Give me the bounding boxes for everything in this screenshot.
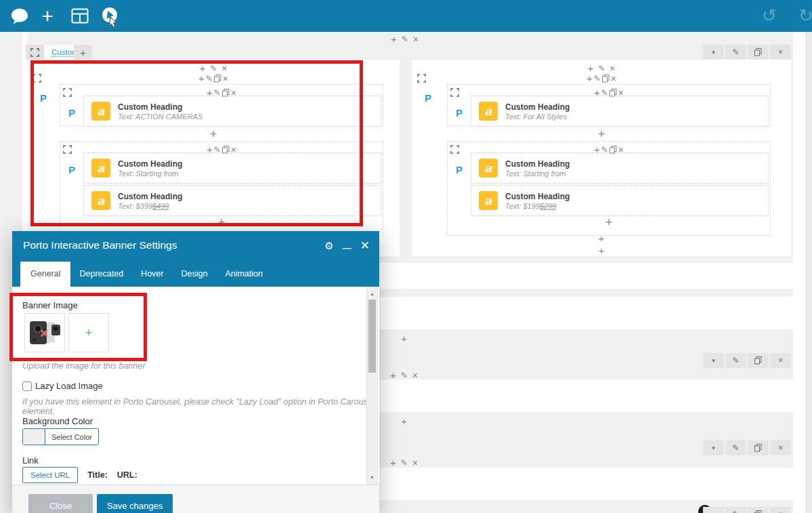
link-title-label: Title: (87, 470, 108, 480)
row-edit-button[interactable]: ✎ (725, 353, 746, 368)
add-icon[interactable]: + (594, 144, 600, 155)
browser-scrollbar[interactable] (806, 32, 812, 513)
tab-drag-handle[interactable] (26, 45, 44, 60)
add-icon[interactable]: + (586, 73, 593, 83)
row-action-buttons: ▾ ✎ × (703, 45, 791, 60)
custom-heading-element[interactable]: a Custom HeadingText: Starting from (471, 152, 769, 184)
row-clone-button[interactable] (748, 440, 769, 455)
modal-tab-bar: General Deprecated Hover Design Animatio… (12, 260, 379, 287)
edit-icon[interactable]: ✎ (401, 371, 408, 379)
save-changes-button[interactable]: Save changes (97, 494, 173, 513)
heading-icon: a (479, 102, 498, 121)
edit-icon[interactable]: ✎ (402, 35, 408, 43)
tab-general[interactable]: General (20, 262, 70, 287)
minimize-icon[interactable]: — (343, 243, 351, 252)
undo-icon[interactable]: ↺ (757, 0, 782, 32)
porto-banner-settings-modal: Porto Interactive Banner Settings ⚙ — ✕ … (12, 231, 379, 513)
annotation-rectangle-banner (30, 60, 363, 226)
tab-deprecated[interactable]: Deprecated (70, 262, 132, 287)
move-icon[interactable] (417, 74, 426, 83)
clone-icon[interactable] (610, 146, 617, 154)
row-dropdown-button[interactable]: ▾ (703, 507, 724, 513)
row-edit-button[interactable]: ✎ (725, 507, 746, 513)
select-url-button[interactable]: Select URL (22, 467, 78, 483)
custom-heading-element[interactable]: a Custom HeadingText: For All Styles (471, 96, 769, 127)
link-row: Select URL Title: URL: (22, 467, 137, 483)
close-icon[interactable]: ✕ (360, 240, 370, 251)
tab-hover[interactable]: Hover (132, 262, 172, 287)
add-icon[interactable]: + (401, 416, 407, 426)
heading-icon: a (479, 191, 498, 210)
delete-icon[interactable]: × (412, 371, 418, 380)
delete-icon[interactable]: × (611, 74, 616, 83)
section-controls: + ✎ × (587, 63, 615, 73)
row-delete-button[interactable]: × (770, 507, 791, 513)
clone-icon[interactable] (602, 75, 610, 83)
add-icon[interactable]: + (594, 87, 600, 98)
row-delete-button[interactable]: × (770, 45, 791, 60)
add-element-button[interactable]: + (35, 0, 60, 32)
select-color-button[interactable]: Select Color (22, 428, 99, 445)
row-action-buttons: ▾ ✎ × (703, 507, 791, 513)
add-element-between: + (598, 128, 605, 140)
templates-icon[interactable] (68, 0, 92, 32)
row-controls: + ✎ × (390, 457, 418, 468)
redo-icon[interactable]: ↻ (794, 0, 812, 32)
tab-animation[interactable]: Animation (216, 262, 272, 287)
lazy-load-checkbox[interactable] (22, 382, 32, 391)
edit-icon[interactable]: ✎ (594, 75, 601, 83)
modal-footer: Close Save changes (12, 485, 379, 513)
delete-icon[interactable]: × (618, 145, 624, 155)
edit-icon[interactable]: ✎ (601, 89, 608, 97)
delete-icon[interactable]: × (610, 64, 615, 73)
edit-icon[interactable]: ✎ (598, 64, 605, 73)
add-icon[interactable]: + (598, 128, 605, 140)
add-icon[interactable]: + (587, 63, 593, 73)
scroll-up-icon[interactable]: ▲ (367, 291, 377, 296)
modal-scrollbar[interactable]: ▲ ▼ (366, 287, 378, 485)
row-dropdown-button[interactable]: ▾ (703, 353, 724, 368)
add-icon[interactable]: + (401, 333, 407, 344)
add-icon[interactable]: + (605, 216, 613, 228)
move-icon[interactable] (450, 88, 459, 97)
delete-icon[interactable]: × (413, 35, 419, 44)
scroll-down-icon[interactable]: ▼ (367, 475, 377, 480)
lazy-load-label: Lazy Load Image (35, 381, 103, 391)
frontend-editor-icon[interactable] (98, 0, 123, 32)
add-icon[interactable]: + (390, 370, 396, 380)
move-icon[interactable] (450, 145, 459, 154)
edit-icon[interactable]: ✎ (601, 146, 608, 154)
settings-gear-icon[interactable]: ⚙ (324, 241, 333, 251)
row-delete-button[interactable]: × (770, 440, 791, 455)
row-delete-button[interactable]: × (770, 353, 791, 368)
lazy-load-row: Lazy Load Image (22, 381, 103, 391)
add-icon[interactable]: + (599, 245, 605, 255)
add-icon[interactable]: + (390, 457, 396, 468)
row-clone-button[interactable] (748, 507, 769, 513)
delete-icon[interactable]: × (618, 88, 624, 98)
old-price: $299 (540, 202, 556, 210)
row-dropdown-button[interactable]: ▾ (703, 440, 724, 455)
add-icon[interactable]: + (599, 233, 605, 243)
scrollbar-thumb[interactable] (368, 300, 376, 373)
wpbakery-logo-icon[interactable] (7, 0, 33, 32)
add-icon[interactable]: + (391, 34, 397, 44)
row-clone-button[interactable] (748, 353, 769, 368)
clone-icon[interactable] (610, 89, 617, 97)
add-row-between: + (401, 416, 407, 426)
row-edit-button[interactable]: ✎ (725, 45, 746, 60)
heading-icon: a (479, 159, 498, 178)
delete-icon[interactable]: × (412, 458, 418, 468)
row-clone-button[interactable] (748, 45, 769, 60)
close-button[interactable]: Close (28, 494, 93, 513)
tab-design[interactable]: Design (172, 262, 216, 287)
custom-heading-element[interactable]: a Custom HeadingText: $199$299 (471, 185, 769, 216)
porto-badge: P (425, 92, 431, 104)
row-dropdown-button[interactable]: ▾ (703, 45, 724, 60)
tab-add-layout[interactable]: + (74, 45, 92, 60)
row-controls: + ✎ × (390, 370, 418, 380)
editor-toolbar: + ↺ ↻ (0, 0, 812, 32)
row-edit-button[interactable]: ✎ (725, 440, 746, 455)
column-controls: + ✎ × (594, 87, 624, 98)
edit-icon[interactable]: ✎ (401, 459, 408, 467)
